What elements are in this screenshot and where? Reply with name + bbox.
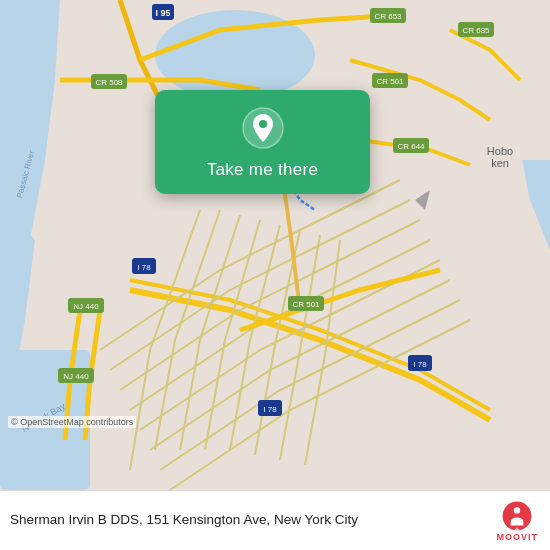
- bottom-bar: Sherman Irvin B DDS, 151 Kensington Ave,…: [0, 490, 550, 550]
- moovit-icon: [501, 500, 533, 532]
- svg-text:I 78: I 78: [137, 263, 151, 272]
- svg-text:CR 501: CR 501: [292, 300, 320, 309]
- svg-point-38: [514, 507, 520, 513]
- app-container: I 95 CR 653 CR 685 CR 508 CR 501 CR 644 …: [0, 0, 550, 550]
- svg-text:Hobo: Hobo: [487, 145, 513, 157]
- svg-text:I 95: I 95: [155, 8, 170, 18]
- map-area: I 95 CR 653 CR 685 CR 508 CR 501 CR 644 …: [0, 0, 550, 490]
- moovit-logo: moovit: [497, 500, 539, 542]
- svg-text:CR 644: CR 644: [397, 142, 425, 151]
- map-pin-icon: [241, 106, 285, 150]
- svg-text:CR 508: CR 508: [95, 78, 123, 87]
- svg-point-36: [259, 120, 267, 128]
- moovit-text-label: moovit: [497, 532, 539, 542]
- svg-point-37: [503, 501, 532, 530]
- svg-text:I 78: I 78: [263, 405, 277, 414]
- svg-text:CR 653: CR 653: [374, 12, 402, 21]
- svg-text:ken: ken: [491, 157, 509, 169]
- svg-text:NJ 440: NJ 440: [73, 302, 99, 311]
- svg-text:NJ 440: NJ 440: [63, 372, 89, 381]
- svg-text:I 78: I 78: [413, 360, 427, 369]
- copyright-text: © OpenStreetMap contributors: [8, 416, 136, 428]
- location-card: Take me there: [155, 90, 370, 194]
- address-text: Sherman Irvin B DDS, 151 Kensington Ave,…: [10, 511, 487, 529]
- take-me-there-button[interactable]: Take me there: [207, 160, 319, 180]
- svg-text:CR 685: CR 685: [462, 26, 490, 35]
- svg-text:CR 501: CR 501: [376, 77, 404, 86]
